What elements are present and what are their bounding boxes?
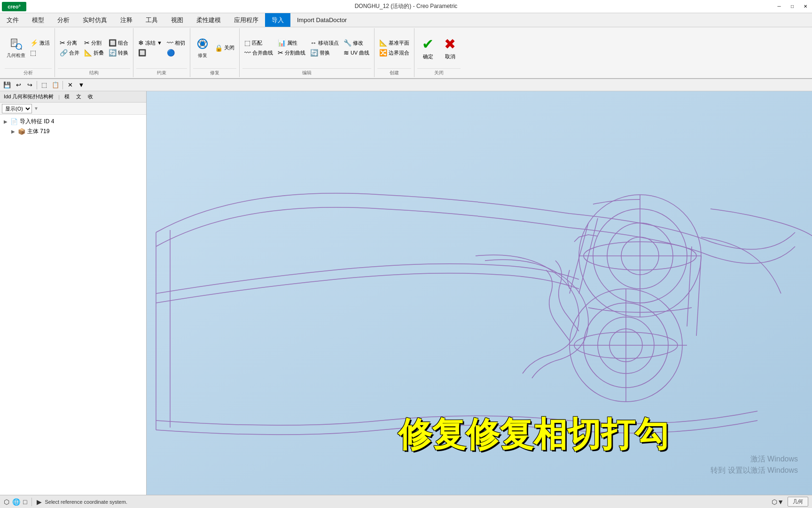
toolbar-close-button[interactable]: ✕ bbox=[65, 80, 75, 90]
split-button[interactable]: ✂ 分割 bbox=[82, 38, 106, 48]
combine-button[interactable]: 🔲 组合 bbox=[107, 38, 130, 48]
menu-apps[interactable]: 应用程序 bbox=[227, 13, 265, 27]
split-label: 分割 bbox=[91, 40, 102, 47]
replace-button[interactable]: 🔄 替换 bbox=[308, 48, 341, 57]
modify-label: 修改 bbox=[353, 40, 363, 47]
status-right-area: ⬡▼ 几何 bbox=[772, 497, 808, 507]
ribbon-group-repair: 修复 🔒 关闭 修复 bbox=[190, 28, 240, 77]
minimize-button[interactable]: ─ bbox=[773, 0, 786, 13]
maximize-button[interactable]: □ bbox=[786, 0, 799, 13]
tangent-button[interactable]: 〰 相切 bbox=[165, 38, 187, 48]
lp-tab-tree[interactable]: Idd 几何和拓扑结构树 bbox=[2, 92, 55, 101]
ribbon-group-constraint: ❄ 冻结 ▼ 🔲 〰 相切 🔵 bbox=[133, 28, 190, 77]
match-label: 匹配 bbox=[252, 40, 262, 47]
status-icon-1[interactable]: ⬡ bbox=[4, 498, 9, 506]
body-icon: 📦 bbox=[18, 128, 25, 135]
modify-button[interactable]: 🔧 修改 bbox=[342, 38, 371, 48]
constraint-group-label: 约束 bbox=[136, 68, 187, 77]
quick-access-toolbar: 💾 ↩ ↪ ⬚ 📋 ✕ ▼ bbox=[0, 79, 812, 91]
viewport[interactable]: 修复修复相切打勾 激活 Windows 转到 设置以激活 Windows bbox=[147, 91, 812, 495]
menu-import[interactable]: 导入 bbox=[265, 13, 290, 27]
lp-tab-text[interactable]: 文 bbox=[74, 92, 83, 101]
edit-group-label: 编辑 bbox=[242, 68, 371, 77]
main-area: Idd 几何和拓扑结构树 | 模 文 收 显示(O) ▼ ▶ 📄 导入特征 ID… bbox=[0, 91, 812, 495]
ok-button[interactable]: ✔ 确定 bbox=[417, 34, 438, 62]
close-button[interactable]: 🔒 关闭 bbox=[213, 43, 236, 53]
constraint-col2: 〰 相切 🔵 bbox=[165, 38, 187, 57]
new-window-button[interactable]: ⬚ bbox=[39, 80, 49, 90]
toolbar-separator-1 bbox=[37, 81, 37, 89]
repair-label: 修复 bbox=[198, 52, 207, 59]
menu-annotation[interactable]: 注释 bbox=[114, 13, 139, 27]
redo-button[interactable]: ↪ bbox=[24, 80, 35, 90]
freeze-button[interactable]: ❄ 冻结 ▼ bbox=[136, 38, 164, 48]
undo-button[interactable]: ↩ bbox=[13, 80, 23, 90]
menu-tools[interactable]: 工具 bbox=[139, 13, 164, 27]
separate-button[interactable]: ✂ 分离 bbox=[58, 38, 81, 48]
menu-flexible[interactable]: 柔性建模 bbox=[190, 13, 227, 27]
properties-button[interactable]: 📊 属性 bbox=[276, 38, 307, 48]
edit-col3: ↔ 移动顶点 🔄 替换 bbox=[308, 38, 341, 57]
close-icon: 🔒 bbox=[215, 44, 223, 52]
ribbon-group-create: 📐 基准平面 🔀 边界混合 创建 bbox=[375, 28, 414, 77]
fold-button[interactable]: 📐 折叠 bbox=[82, 48, 106, 57]
uv-curve-button[interactable]: ≋ UV 曲线 bbox=[342, 48, 371, 57]
edit-col1: ⬚ 匹配 〰 合并曲线 bbox=[242, 38, 275, 57]
more-button[interactable]: ⬚ bbox=[28, 48, 52, 57]
menubar: 文件 模型 分析 实时仿真 注释 工具 视图 柔性建模 应用程序 导入 Impo… bbox=[0, 13, 812, 27]
cancel-button[interactable]: ✖ 取消 bbox=[439, 34, 461, 62]
ribbon: 几何检查 ⚡ 激活 ⬚ 分析 ✂ bbox=[0, 27, 812, 79]
merge-curve-button[interactable]: 〰 合并曲线 bbox=[242, 48, 275, 57]
geometry-check-button[interactable]: 几何检查 bbox=[5, 36, 27, 60]
close-button[interactable]: ✕ bbox=[799, 0, 812, 13]
modify-icon: 🔧 bbox=[344, 39, 351, 47]
constraint-btn4[interactable]: 🔵 bbox=[165, 48, 187, 57]
repair-button[interactable]: 修复 bbox=[193, 36, 212, 60]
ribbon-group-structure: ✂ 分离 🔗 合并 ✂ 分割 📐 折叠 bbox=[55, 28, 133, 77]
merge-button[interactable]: 🔗 合并 bbox=[58, 48, 81, 57]
ribbon-col-activate: ⚡ 激活 ⬚ bbox=[28, 38, 52, 57]
constraint-btn2-icon: 🔲 bbox=[138, 49, 146, 56]
uv-curve-icon: ≋ bbox=[344, 49, 349, 56]
lp-tab-collect[interactable]: 收 bbox=[86, 92, 95, 101]
more-icon: ⬚ bbox=[30, 49, 36, 56]
toolbar-extra-button[interactable]: ▼ bbox=[76, 80, 86, 90]
menu-view[interactable]: 视图 bbox=[164, 13, 190, 27]
status-icon-3[interactable]: □ bbox=[23, 498, 27, 506]
svg-line-5 bbox=[21, 48, 22, 49]
activate-icon: ⚡ bbox=[30, 39, 38, 47]
geometry-mode-button[interactable]: 几何 bbox=[788, 497, 808, 507]
split-curve-icon: ✂ bbox=[278, 49, 283, 56]
boundary-blend-icon: 🔀 bbox=[379, 49, 387, 56]
match-button[interactable]: ⬚ 匹配 bbox=[242, 38, 275, 48]
freeze-dropdown[interactable]: ▼ bbox=[157, 40, 162, 46]
tree-item-body[interactable]: ▶ 📦 主体 719 bbox=[9, 127, 144, 136]
datum-plane-button[interactable]: 📐 基准平面 bbox=[377, 38, 411, 48]
menu-analysis[interactable]: 分析 bbox=[51, 13, 76, 27]
repair-col2: 🔒 关闭 bbox=[213, 43, 236, 53]
save-toolbar-button[interactable]: 💾 bbox=[2, 80, 12, 90]
replace-label: 替换 bbox=[320, 49, 330, 56]
tree-item-import-feature[interactable]: ▶ 📄 导入特征 ID 4 bbox=[2, 117, 144, 127]
constraint-btn2[interactable]: 🔲 bbox=[136, 48, 164, 57]
move-vertex-button[interactable]: ↔ 移动顶点 bbox=[308, 38, 341, 48]
ribbon-content: 几何检查 ⚡ 激活 ⬚ 分析 ✂ bbox=[0, 27, 812, 78]
status-icon-2[interactable]: 🌐 bbox=[12, 498, 20, 506]
convert-button[interactable]: 🔄 转换 bbox=[107, 48, 130, 57]
menu-import-datadoctor[interactable]: Import DataDoctor bbox=[290, 13, 353, 27]
menu-model[interactable]: 模型 bbox=[25, 13, 51, 27]
ok-icon: ✔ bbox=[422, 36, 434, 52]
clipboard-button[interactable]: 📋 bbox=[50, 80, 61, 90]
menu-simulation[interactable]: 实时仿真 bbox=[76, 13, 114, 27]
activate-button[interactable]: ⚡ 激活 bbox=[28, 38, 52, 48]
constraint-btn4-icon: 🔵 bbox=[167, 49, 175, 56]
boundary-blend-button[interactable]: 🔀 边界混合 bbox=[377, 48, 411, 57]
combine-icon: 🔲 bbox=[109, 39, 117, 47]
menu-file[interactable]: 文件 bbox=[0, 13, 25, 27]
merge-label: 合并 bbox=[69, 49, 79, 56]
display-select[interactable]: 显示(O) bbox=[2, 104, 32, 113]
split-curve-button[interactable]: ✂ 分割曲线 bbox=[276, 48, 307, 57]
datum-plane-label: 基准平面 bbox=[389, 40, 409, 47]
lp-tab-model[interactable]: 模 bbox=[62, 92, 71, 101]
properties-icon: 📊 bbox=[278, 39, 286, 47]
